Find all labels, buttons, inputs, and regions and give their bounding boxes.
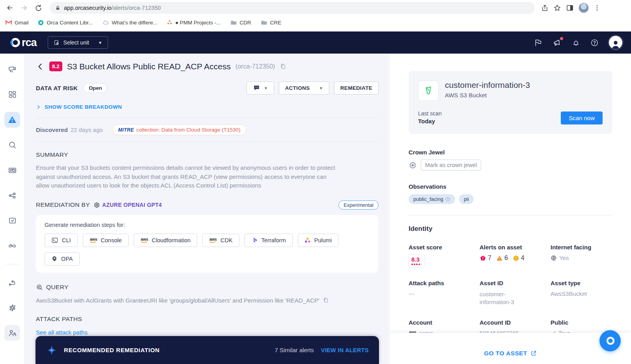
sidebar-item-attack-graph[interactable] — [4, 188, 20, 203]
summary-title: SUMMARY — [36, 151, 379, 158]
alert-title: S3 Bucket Allows Public READ_ACP Access — [67, 62, 231, 71]
high-alerts: 7 — [480, 254, 491, 262]
orca-assistant-button[interactable] — [599, 330, 621, 351]
bookmark-doc[interactable]: What’s the differe... — [102, 20, 157, 26]
asset-name: customer-information-3 — [445, 80, 530, 90]
field-internet-facing: Internet facing Yes — [551, 244, 612, 267]
chevron-down-icon: ▼ — [264, 86, 268, 90]
bookmark-folder-cdr[interactable]: CDR — [230, 20, 251, 26]
back-button[interactable] — [36, 62, 45, 71]
sidebar-divider — [5, 264, 19, 264]
url-host: app.orcasecurity.io — [64, 5, 112, 11]
copy-alert-id-icon[interactable] — [280, 63, 286, 70]
svg-text:aws: aws — [141, 237, 148, 241]
orca-logo[interactable]: rca — [9, 36, 37, 49]
target-console-button[interactable]: aws Console — [83, 234, 129, 247]
see-all-attack-paths-link[interactable]: See all attack paths — [36, 329, 88, 336]
divider — [36, 118, 379, 118]
browser-profile-avatar[interactable] — [579, 3, 589, 13]
divider — [409, 215, 612, 215]
view-in-alerts-link[interactable]: VIEW IN ALERTS — [321, 347, 369, 353]
alert-detail-main: 8.2 S3 Bucket Allows Public READ_ACP Acc… — [25, 54, 390, 364]
asset-card: customer-information-3 AWS S3 Bucket Las… — [409, 71, 612, 134]
show-score-breakdown-toggle[interactable]: SHOW SCORE BREAKDOWN — [36, 104, 379, 110]
url-bar[interactable]: app.orcasecurity.io/alerts/orca-712350 — [50, 2, 535, 14]
browser-menu-icon[interactable] — [594, 4, 601, 11]
sidebar-item-compliance[interactable] — [4, 213, 20, 228]
target-pulumi-button[interactable]: Pulumi — [298, 234, 338, 247]
browser-forward-icon[interactable] — [18, 2, 30, 14]
sidebar-item-search[interactable] — [4, 137, 20, 153]
bookmark-pmm-projects[interactable]: ● PMM Projects -... — [167, 20, 220, 26]
banner-title: RECOMMENDED REMEDIATION — [64, 347, 160, 353]
target-terraform-button[interactable]: Terraform — [245, 234, 293, 247]
flag-icon[interactable] — [534, 39, 542, 47]
aws-icon: aws — [209, 237, 217, 243]
sidebar-item-inventory[interactable] — [4, 162, 20, 178]
side-panel-icon[interactable] — [566, 4, 574, 12]
copy-query-icon[interactable] — [323, 297, 329, 303]
status-badge[interactable]: Open — [83, 83, 107, 93]
chevron-down-icon: ▼ — [319, 86, 323, 90]
bookmark-star-icon[interactable] — [553, 4, 561, 12]
bookmarks-bar: Gmail Orca Content Libr... What’s the di… — [0, 16, 631, 29]
target-cli-button[interactable]: CLI — [45, 234, 78, 247]
warning-triangle-icon — [496, 255, 503, 262]
help-icon[interactable] — [590, 39, 599, 47]
share-icon[interactable] — [541, 4, 549, 12]
s3-bucket-icon — [418, 80, 439, 101]
comment-icon — [253, 84, 260, 92]
sidebar-item-settings[interactable] — [4, 300, 20, 316]
comments-button[interactable]: ▼ — [246, 82, 274, 95]
announcements-icon[interactable] — [553, 38, 562, 47]
observation-pii[interactable]: pii — [459, 194, 474, 204]
user-avatar[interactable] — [609, 36, 622, 49]
pulumi-icon — [304, 237, 311, 243]
divider — [36, 141, 379, 142]
asset-score-badge: 8.3 — [409, 254, 425, 267]
sidebar-item-attack-paths[interactable] — [4, 275, 20, 290]
info-alert-icon — [513, 255, 519, 262]
target-cloudformation-button[interactable]: aws Cloudformation — [134, 234, 197, 247]
critical-alert-icon — [480, 255, 486, 262]
sparkle-icon — [46, 344, 58, 356]
observation-public-facing[interactable]: public_facing — [409, 194, 455, 204]
target-opa-button[interactable]: OPA — [45, 252, 80, 266]
app-navbar: rca Select unit ▼ — [0, 32, 631, 54]
field-attack-paths: Attack paths --- — [409, 280, 480, 306]
aws-icon: aws — [90, 237, 97, 243]
low-alerts: 4 — [513, 254, 525, 262]
remediation-engine-link[interactable]: AZURE OPENAI GPT4 — [93, 201, 162, 209]
mark-crown-jewel-button[interactable]: Mark as crown jewel — [421, 160, 481, 171]
mitre-tag[interactable]: MITRE collection: Data from Cloud Storag… — [112, 124, 246, 135]
browser-reload-icon[interactable] — [32, 2, 44, 14]
last-scan-label: Last scan — [418, 110, 442, 117]
actions-button[interactable]: ACTIONS ▼ — [279, 82, 329, 95]
bookmark-orca-library[interactable]: Orca Content Libr... — [38, 20, 93, 26]
bookmark-folder-cre[interactable]: CRE — [261, 20, 282, 26]
generate-steps-label: Generate remediation steps for: — [45, 222, 370, 228]
info-icon — [445, 197, 450, 202]
select-unit-dropdown[interactable]: Select unit ▼ — [48, 36, 108, 49]
external-link-icon — [530, 350, 537, 357]
sidebar-item-alerts[interactable] — [4, 112, 20, 128]
medium-alerts: 6 — [496, 254, 508, 262]
sidebar-item-dashboard[interactable] — [4, 87, 20, 102]
go-to-asset-link[interactable]: GO TO ASSET — [484, 342, 536, 364]
field-alerts-on-asset: Alerts on asset 7 6 4 — [480, 244, 551, 267]
sidebar-item-identity-access[interactable] — [4, 325, 20, 341]
sidebar-item-shift-left[interactable] — [4, 238, 20, 254]
asset-type-label: AWS S3 Bucket — [445, 92, 530, 98]
field-asset-score: Asset score 8.3 — [409, 244, 480, 267]
target-cdk-button[interactable]: aws CDK — [202, 234, 239, 247]
url-path: /alerts/orca-712350 — [112, 5, 161, 11]
field-asset-type: Asset type AwsS3Bucket — [551, 280, 612, 306]
browser-back-icon[interactable] — [4, 2, 16, 14]
field-asset-id: Asset ID customer-information-3 — [480, 280, 551, 306]
svg-text:aws: aws — [90, 237, 97, 241]
bookmark-gmail[interactable]: Gmail — [6, 20, 28, 26]
scan-now-button[interactable]: Scan now — [561, 111, 603, 124]
sidebar-item-camera[interactable] — [4, 61, 20, 77]
remediate-button[interactable]: REMEDIATE — [334, 82, 379, 95]
bell-icon[interactable] — [572, 39, 580, 47]
